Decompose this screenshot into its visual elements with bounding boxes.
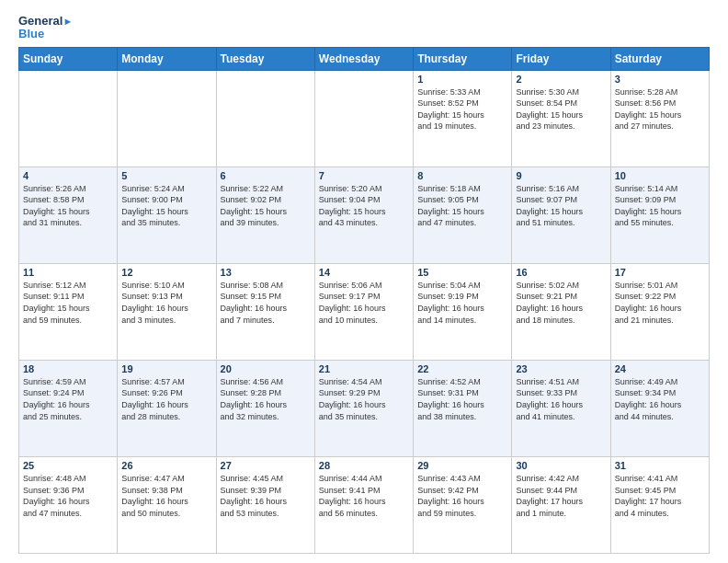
- calendar-cell: 30Sunrise: 4:42 AMSunset: 9:44 PMDayligh…: [512, 456, 610, 553]
- daylight-hours: Daylight: 15 hours: [417, 109, 507, 121]
- day-number: 1: [417, 74, 507, 85]
- sunset-text: Sunset: 9:29 PM: [319, 387, 409, 399]
- daylight-hours: Daylight: 16 hours: [417, 303, 507, 315]
- sunset-text: Sunset: 9:11 PM: [23, 291, 113, 303]
- calendar-cell: 16Sunrise: 5:02 AMSunset: 9:21 PMDayligh…: [512, 263, 610, 360]
- calendar-cell: 12Sunrise: 5:10 AMSunset: 9:13 PMDayligh…: [118, 263, 216, 360]
- day-number: 5: [121, 170, 211, 181]
- daylight-hours: Daylight: 15 hours: [615, 109, 705, 121]
- sunset-text: Sunset: 9:19 PM: [417, 291, 507, 303]
- day-number: 4: [23, 170, 113, 181]
- sunrise-text: Sunrise: 5:33 AM: [417, 86, 507, 98]
- logo: General► Blue: [18, 15, 73, 41]
- day-number: 30: [516, 460, 606, 471]
- calendar-cell: 17Sunrise: 5:01 AMSunset: 9:22 PMDayligh…: [610, 263, 709, 360]
- minutes-text: and 47 minutes.: [417, 217, 507, 229]
- sunrise-text: Sunrise: 5:16 AM: [516, 183, 606, 195]
- minutes-text: and 31 minutes.: [23, 217, 113, 229]
- calendar-cell: 20Sunrise: 4:56 AMSunset: 9:28 PMDayligh…: [216, 360, 314, 456]
- sunset-text: Sunset: 9:28 PM: [221, 387, 311, 399]
- sunrise-text: Sunrise: 4:59 AM: [23, 376, 113, 388]
- day-number: 9: [516, 170, 606, 181]
- sunset-text: Sunset: 9:07 PM: [516, 194, 606, 206]
- daylight-hours: Daylight: 16 hours: [121, 496, 211, 508]
- calendar-header-row: SundayMondayTuesdayWednesdayThursdayFrid…: [19, 47, 710, 70]
- sunset-text: Sunset: 8:54 PM: [516, 98, 606, 109]
- calendar-cell: 11Sunrise: 5:12 AMSunset: 9:11 PMDayligh…: [19, 263, 118, 360]
- day-number: 27: [221, 460, 311, 471]
- day-number: 28: [319, 460, 409, 471]
- calendar-cell: 14Sunrise: 5:06 AMSunset: 9:17 PMDayligh…: [314, 263, 413, 360]
- minutes-text: and 59 minutes.: [23, 315, 113, 327]
- minutes-text: and 19 minutes.: [417, 121, 507, 132]
- daylight-hours: Daylight: 15 hours: [319, 206, 409, 218]
- day-number: 8: [417, 170, 507, 181]
- calendar-cell: 2Sunrise: 5:30 AMSunset: 8:54 PMDaylight…: [512, 70, 610, 167]
- daylight-hours: Daylight: 15 hours: [615, 206, 705, 218]
- sunrise-text: Sunrise: 5:06 AM: [319, 280, 409, 292]
- daylight-hours: Daylight: 16 hours: [516, 399, 606, 411]
- sunrise-text: Sunrise: 5:12 AM: [23, 280, 113, 292]
- minutes-text: and 59 minutes.: [417, 508, 507, 520]
- sunset-text: Sunset: 9:38 PM: [121, 485, 211, 497]
- sunset-text: Sunset: 8:52 PM: [417, 98, 507, 109]
- day-number: 21: [319, 363, 409, 374]
- sunset-text: Sunset: 9:17 PM: [319, 291, 409, 303]
- calendar-cell: 13Sunrise: 5:08 AMSunset: 9:15 PMDayligh…: [216, 263, 314, 360]
- daylight-hours: Daylight: 16 hours: [417, 399, 507, 411]
- daylight-hours: Daylight: 15 hours: [516, 109, 606, 121]
- sunrise-text: Sunrise: 4:47 AM: [121, 473, 211, 485]
- logo-general: General►: [18, 15, 73, 28]
- minutes-text: and 18 minutes.: [516, 315, 606, 327]
- calendar-table: SundayMondayTuesdayWednesdayThursdayFrid…: [18, 47, 710, 554]
- sunrise-text: Sunrise: 5:26 AM: [23, 183, 113, 195]
- minutes-text: and 10 minutes.: [319, 315, 409, 327]
- daylight-hours: Daylight: 16 hours: [319, 303, 409, 315]
- daylight-hours: Daylight: 16 hours: [121, 399, 211, 411]
- calendar-cell: 31Sunrise: 4:41 AMSunset: 9:45 PMDayligh…: [610, 456, 709, 553]
- daylight-hours: Daylight: 15 hours: [23, 206, 113, 218]
- sunset-text: Sunset: 9:36 PM: [23, 485, 113, 497]
- weekday-header: Monday: [118, 47, 216, 70]
- sunset-text: Sunset: 8:56 PM: [615, 98, 705, 109]
- daylight-hours: Daylight: 15 hours: [516, 206, 606, 218]
- minutes-text: and 35 minutes.: [121, 217, 211, 229]
- minutes-text: and 1 minute.: [516, 508, 606, 520]
- calendar-cell: 15Sunrise: 5:04 AMSunset: 9:19 PMDayligh…: [414, 263, 512, 360]
- sunset-text: Sunset: 9:04 PM: [319, 194, 409, 206]
- page: General► Blue SundayMondayTuesdayWednesd…: [0, 0, 728, 563]
- calendar-cell: 18Sunrise: 4:59 AMSunset: 9:24 PMDayligh…: [19, 360, 118, 456]
- day-number: 6: [221, 170, 311, 181]
- sunrise-text: Sunrise: 4:44 AM: [319, 473, 409, 485]
- sunrise-text: Sunrise: 4:48 AM: [23, 473, 113, 485]
- calendar-week-row: 18Sunrise: 4:59 AMSunset: 9:24 PMDayligh…: [19, 360, 710, 456]
- calendar-week-row: 25Sunrise: 4:48 AMSunset: 9:36 PMDayligh…: [19, 456, 710, 553]
- sunrise-text: Sunrise: 4:45 AM: [221, 473, 311, 485]
- daylight-hours: Daylight: 16 hours: [23, 399, 113, 411]
- daylight-hours: Daylight: 16 hours: [23, 496, 113, 508]
- sunset-text: Sunset: 9:24 PM: [23, 387, 113, 399]
- calendar-cell: 22Sunrise: 4:52 AMSunset: 9:31 PMDayligh…: [414, 360, 512, 456]
- sunset-text: Sunset: 9:39 PM: [221, 485, 311, 497]
- day-number: 10: [615, 170, 705, 181]
- calendar-cell: [216, 70, 314, 167]
- calendar-cell: 19Sunrise: 4:57 AMSunset: 9:26 PMDayligh…: [118, 360, 216, 456]
- calendar-week-row: 11Sunrise: 5:12 AMSunset: 9:11 PMDayligh…: [19, 263, 710, 360]
- daylight-hours: Daylight: 15 hours: [417, 206, 507, 218]
- calendar-cell: 8Sunrise: 5:18 AMSunset: 9:05 PMDaylight…: [414, 167, 512, 263]
- day-number: 12: [121, 267, 211, 278]
- sunrise-text: Sunrise: 4:56 AM: [221, 376, 311, 388]
- sunrise-text: Sunrise: 4:43 AM: [417, 473, 507, 485]
- sunrise-text: Sunrise: 4:51 AM: [516, 376, 606, 388]
- sunrise-text: Sunrise: 5:04 AM: [417, 280, 507, 292]
- calendar-week-row: 4Sunrise: 5:26 AMSunset: 8:58 PMDaylight…: [19, 167, 710, 263]
- day-number: 14: [319, 267, 409, 278]
- daylight-hours: Daylight: 16 hours: [221, 496, 311, 508]
- day-number: 24: [615, 363, 705, 374]
- day-number: 31: [615, 460, 705, 471]
- sunrise-text: Sunrise: 5:22 AM: [221, 183, 311, 195]
- minutes-text: and 7 minutes.: [221, 315, 311, 327]
- minutes-text: and 53 minutes.: [221, 508, 311, 520]
- sunrise-text: Sunrise: 4:41 AM: [615, 473, 705, 485]
- sunset-text: Sunset: 9:21 PM: [516, 291, 606, 303]
